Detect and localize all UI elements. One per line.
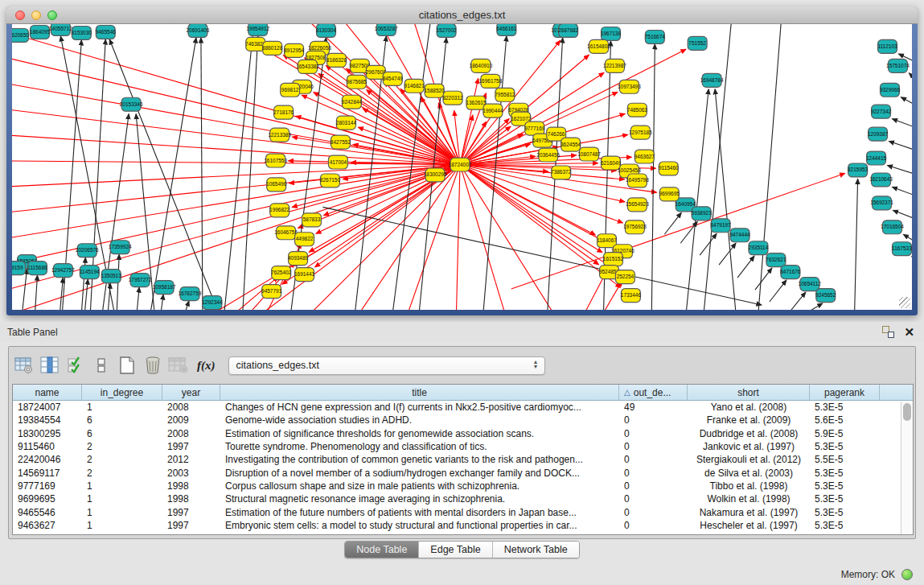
graph-node[interactable]: 14055712 <box>49 24 72 35</box>
column-header-out_de[interactable]: △out_de... <box>619 385 688 400</box>
resize-grip[interactable] <box>899 297 910 308</box>
graph-node[interactable]: 10807487 <box>577 147 601 161</box>
graph-node[interactable]: 9115460 <box>659 162 679 175</box>
graph-node[interactable]: 8427552 <box>331 135 351 149</box>
table-row[interactable]: 977716911998Corpus callosum shape and si… <box>13 480 913 492</box>
graph-node[interactable]: 9242844 <box>342 95 363 109</box>
graph-node[interactable]: 16154808 <box>587 39 610 53</box>
graph-node[interactable]: 1115686 <box>27 262 47 275</box>
graph-edge[interactable] <box>789 292 806 310</box>
graph-node[interactable]: 1691441 <box>294 268 315 282</box>
new-table-button[interactable] <box>117 355 138 376</box>
graph-node[interactable]: 16961758 <box>479 74 503 88</box>
graph-node[interactable]: 20153346 <box>120 97 143 111</box>
table-row[interactable]: 946554611997Estimation of the future num… <box>13 505 913 518</box>
graph-edge[interactable] <box>892 187 912 197</box>
graph-node[interactable]: 18300295 <box>424 168 447 182</box>
graph-edge[interactable] <box>12 165 460 302</box>
graph-node[interactable]: 8130304 <box>316 24 337 37</box>
graph-edge[interactable] <box>185 301 189 310</box>
graph-edge[interactable] <box>392 24 431 310</box>
graph-node[interactable]: 3624554 <box>561 138 581 151</box>
graph-edge[interactable] <box>901 97 912 108</box>
graph-node[interactable]: 20206576 <box>76 244 99 257</box>
table-scrollbar[interactable] <box>901 402 913 534</box>
graph-node[interactable]: 1615152 <box>603 253 624 266</box>
float-panel-icon[interactable] <box>882 326 894 338</box>
graph-edge[interactable] <box>12 105 460 165</box>
graph-node[interactable]: 9245652 <box>815 289 836 303</box>
graph-node[interactable]: 751552 <box>688 36 707 50</box>
graph-edge[interactable] <box>888 166 912 176</box>
graph-node[interactable]: 19756928 <box>623 220 647 234</box>
graph-node[interactable]: 7955812 <box>495 88 515 101</box>
graph-edge[interactable] <box>704 24 732 310</box>
graph-node[interactable]: 16495798 <box>626 174 649 187</box>
graph-edge[interactable] <box>576 281 622 310</box>
graph-node[interactable]: 1350513 <box>101 270 122 283</box>
graph-node[interactable]: 6479197 <box>711 219 732 233</box>
graph-edge[interactable] <box>35 275 37 310</box>
column-header-pagerank[interactable]: pagerank <box>810 385 880 400</box>
graph-node[interactable]: 10653287 <box>375 24 398 35</box>
graph-edge[interactable] <box>243 36 258 310</box>
table-row[interactable]: 1938455462009Genome-wide association stu… <box>13 414 913 426</box>
graph-node[interactable]: 1244415 <box>866 151 887 165</box>
graph-node[interactable]: 20364456 <box>536 148 560 162</box>
graph-node[interactable]: 1733446 <box>621 289 642 303</box>
graph-edge[interactable] <box>161 295 163 310</box>
graph-node[interactable]: 587833 <box>302 213 322 227</box>
graph-node[interactable]: 1527002 <box>436 24 457 37</box>
column-header-year[interactable]: year <box>162 385 220 400</box>
graph-node[interactable]: 16210643 <box>869 173 893 187</box>
scrollbar-thumb[interactable] <box>903 403 911 421</box>
table-row[interactable]: 2242004622012Investigating the contribut… <box>13 453 913 466</box>
graph-node[interactable]: 9474444 <box>729 229 750 242</box>
graph-node[interactable]: 1990444 <box>483 104 503 117</box>
graph-node[interactable]: 8215953 <box>848 163 869 177</box>
graph-node[interactable]: 5938923 <box>692 207 713 220</box>
graph-node[interactable]: 18640910 <box>470 59 493 72</box>
graph-node[interactable]: 9463627 <box>634 150 655 163</box>
graph-node[interactable]: 12213987 <box>603 59 626 72</box>
graph-edge[interactable] <box>855 179 858 310</box>
graph-node[interactable]: 7625402 <box>271 266 292 280</box>
graph-node[interactable]: 417004 <box>328 155 347 169</box>
graph-edge[interactable] <box>224 24 255 310</box>
graph-node[interactable]: 8471676 <box>780 266 801 279</box>
graph-edge[interactable] <box>893 210 912 220</box>
graph-edge[interactable] <box>680 221 697 243</box>
window-titlebar[interactable]: citations_edges.txt <box>6 6 918 24</box>
graph-node[interactable]: 39159 <box>12 262 26 275</box>
graph-node[interactable]: 9699695 <box>659 187 680 201</box>
column-header-title[interactable]: title <box>220 385 619 400</box>
graph-edge[interactable] <box>12 165 460 189</box>
graph-node[interactable]: 2687682 <box>558 24 579 37</box>
graph-node[interactable]: 16782759 <box>179 287 202 301</box>
graph-edge[interactable] <box>755 268 772 290</box>
graph-node[interactable]: 12975185 <box>629 126 652 139</box>
graph-node[interactable]: 969812 <box>281 83 300 97</box>
graph-node[interactable]: 8186328 <box>326 53 347 67</box>
column-header-short[interactable]: short <box>688 385 810 400</box>
table-row[interactable]: 911546021997Tourette syndrome. Phenomeno… <box>13 440 913 453</box>
graph-node[interactable]: 8220312 <box>442 91 463 105</box>
graph-node[interactable]: 4093489 <box>288 252 309 266</box>
citation-network-graph[interactable]: 2620650186409514055712815303094655462069… <box>12 24 912 310</box>
graph-edge[interactable] <box>715 89 736 310</box>
graph-node[interactable]: 16107553 <box>264 154 287 167</box>
function-builder-button[interactable]: f(x) <box>197 359 216 373</box>
graph-node[interactable]: 2620650 <box>12 28 30 42</box>
graph-edge[interactable] <box>12 161 460 165</box>
graph-edge[interactable] <box>460 165 614 270</box>
graph-node[interactable]: 1996822 <box>269 204 290 217</box>
graph-node[interactable]: 8912954 <box>284 43 305 57</box>
graph-edge[interactable] <box>12 165 460 310</box>
graph-node[interactable]: 2803144 <box>336 116 357 130</box>
graph-edge[interactable] <box>719 243 736 265</box>
graph-node[interactable]: 9146821 <box>405 79 425 93</box>
graph-edge[interactable] <box>460 165 602 253</box>
graph-node[interactable]: 449822 <box>295 233 314 246</box>
graph-node[interactable]: 252254 <box>615 270 634 284</box>
graph-node[interactable]: 7386372 <box>551 166 572 179</box>
